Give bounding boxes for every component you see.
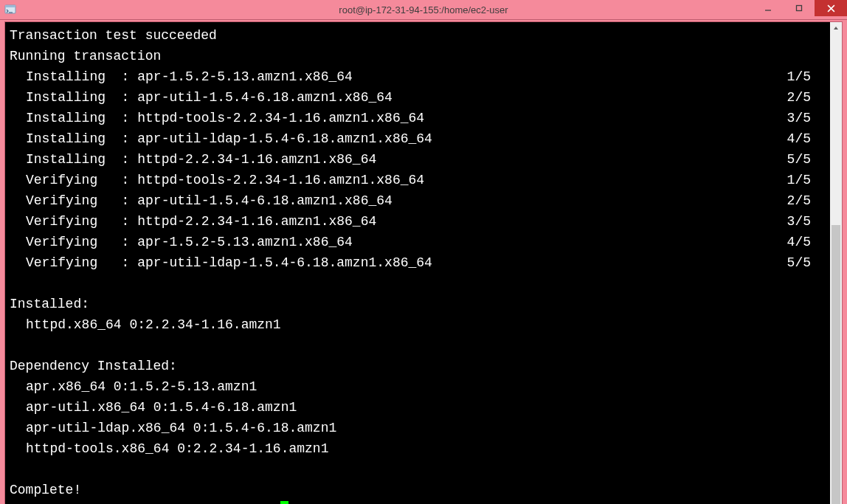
- dependency-package: httpd-tools.x86_64 0:2.2.34-1.16.amzn1: [10, 438, 826, 459]
- step-count: 2/5: [787, 190, 826, 211]
- step-package: Verifying : apr-util-1.5.4-6.18.amzn1.x8…: [26, 190, 393, 211]
- dependency-package: apr-util.x86_64 0:1.5.4-6.18.amzn1: [10, 397, 826, 418]
- step-count: 4/5: [787, 128, 826, 149]
- prompt-line[interactable]: [root@ip-172-31-94-155 ec2-user]#: [10, 500, 826, 504]
- step-package: Verifying : apr-util-ldap-1.5.4-6.18.amz…: [26, 252, 432, 273]
- complete-line: Complete!: [10, 480, 826, 500]
- step-count: 3/5: [787, 108, 826, 128]
- transaction-step: Verifying : apr-util-1.5.4-6.18.amzn1.x8…: [10, 190, 826, 211]
- dependency-header: Dependency Installed:: [10, 356, 826, 376]
- scrollbar[interactable]: [830, 22, 842, 504]
- dependency-package: apr-util-ldap.x86_64 0:1.5.4-6.18.amzn1: [10, 418, 826, 438]
- terminal-icon: [4, 4, 16, 15]
- maximize-button[interactable]: [784, 0, 815, 16]
- terminal-output: Transaction test succeededRunning transa…: [5, 22, 830, 504]
- step-package: Installing : apr-util-1.5.4-6.18.amzn1.x…: [26, 87, 393, 108]
- step-package: Installing : httpd-2.2.34-1.16.amzn1.x86…: [26, 149, 376, 170]
- output-line: Transaction test succeeded: [10, 25, 826, 46]
- scroll-track[interactable]: [830, 34, 842, 504]
- close-button[interactable]: [815, 0, 847, 16]
- svg-rect-4: [797, 6, 802, 11]
- step-count: 2/5: [787, 87, 826, 108]
- output-line: Running transaction: [10, 46, 826, 66]
- step-count: 1/5: [787, 170, 826, 190]
- window-body: Transaction test succeededRunning transa…: [0, 20, 847, 504]
- step-package: Installing : apr-1.5.2-5.13.amzn1.x86_64: [26, 66, 353, 87]
- window-controls: [753, 0, 847, 19]
- step-package: Installing : httpd-tools-2.2.34-1.16.amz…: [26, 108, 424, 128]
- transaction-step: Verifying : httpd-tools-2.2.34-1.16.amzn…: [10, 170, 826, 190]
- transaction-step: Installing : apr-1.5.2-5.13.amzn1.x86_64…: [10, 66, 826, 87]
- step-package: Installing : apr-util-ldap-1.5.4-6.18.am…: [26, 128, 432, 149]
- installed-header: Installed:: [10, 294, 826, 314]
- transaction-step: Installing : httpd-2.2.34-1.16.amzn1.x86…: [10, 149, 826, 170]
- cursor: [280, 501, 288, 504]
- step-package: Verifying : httpd-tools-2.2.34-1.16.amzn…: [26, 170, 424, 190]
- minimize-button[interactable]: [753, 0, 784, 16]
- step-package: Verifying : apr-1.5.2-5.13.amzn1.x86_64: [26, 232, 353, 252]
- transaction-step: Verifying : apr-util-ldap-1.5.4-6.18.amz…: [10, 252, 826, 273]
- step-count: 5/5: [787, 252, 826, 273]
- transaction-step: Installing : httpd-tools-2.2.34-1.16.amz…: [10, 108, 826, 128]
- window-titlebar: root@ip-172-31-94-155:/home/ec2-user: [0, 0, 847, 20]
- transaction-step: Installing : apr-util-1.5.4-6.18.amzn1.x…: [10, 87, 826, 108]
- step-package: Verifying : httpd-2.2.34-1.16.amzn1.x86_…: [26, 211, 376, 232]
- step-count: 1/5: [787, 66, 826, 87]
- step-count: 3/5: [787, 211, 826, 232]
- step-count: 4/5: [787, 232, 826, 252]
- window-title: root@ip-172-31-94-155:/home/ec2-user: [0, 4, 847, 15]
- transaction-step: Installing : apr-util-ldap-1.5.4-6.18.am…: [10, 128, 826, 149]
- transaction-step: Verifying : httpd-2.2.34-1.16.amzn1.x86_…: [10, 211, 826, 232]
- step-count: 5/5: [787, 149, 826, 170]
- scroll-up-button[interactable]: [830, 22, 842, 34]
- svg-rect-1: [5, 5, 15, 7]
- dependency-package: apr.x86_64 0:1.5.2-5.13.amzn1: [10, 376, 826, 397]
- transaction-step: Verifying : apr-1.5.2-5.13.amzn1.x86_644…: [10, 232, 826, 252]
- terminal[interactable]: Transaction test succeededRunning transa…: [4, 21, 843, 504]
- installed-package: httpd.x86_64 0:2.2.34-1.16.amzn1: [10, 314, 826, 335]
- scroll-thumb[interactable]: [832, 225, 840, 504]
